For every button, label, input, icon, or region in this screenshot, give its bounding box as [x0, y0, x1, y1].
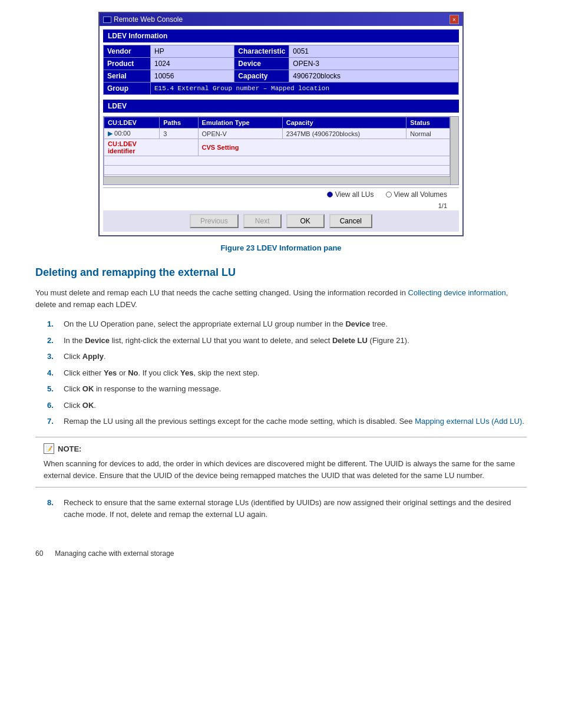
ldev-empty-row-2	[104, 166, 450, 175]
vertical-scrollbar[interactable]	[450, 117, 458, 185]
step-3-num: 3.	[47, 351, 64, 363]
radio-row: View all LUs View all Volumes	[103, 187, 459, 201]
ldev-table-row: ▶ 00:00 3 OPEN-V 2347MB (4906720blocks) …	[104, 129, 450, 139]
radio-view-all-lus[interactable]: View all LUs	[327, 190, 374, 199]
step-7: 7. Remap the LU using all the previous s…	[47, 416, 527, 427]
page-info: 1/1	[103, 201, 459, 210]
radio-volumes-label: View all Volumes	[394, 190, 448, 199]
footer-text: Managing cache with external storage	[55, 549, 174, 558]
steps-list: 1. On the LU Operation pane, select the …	[47, 318, 527, 427]
step-3-bold: Apply	[82, 352, 104, 361]
step-7-text: Remap the LU using all the previous sett…	[64, 416, 524, 427]
note-label: NOTE:	[58, 443, 81, 455]
remote-web-console-window: Remote Web Console × LDEV Information Ve…	[98, 12, 464, 236]
ok-button[interactable]: OK	[286, 214, 325, 228]
info-table: Vendor HP Characteristic 0051 Product 10…	[103, 45, 459, 95]
step-5-text: Click OK in response to the warning mess…	[64, 383, 221, 395]
step-6-num: 6.	[47, 400, 64, 411]
step-8-num: 8.	[47, 497, 64, 520]
cell-paths: 3	[160, 129, 198, 139]
step-2-text: In the Device list, right-click the exte…	[64, 335, 409, 347]
note-title: 📝 NOTE:	[44, 443, 518, 455]
radio-lus-label: View all LUs	[335, 190, 374, 199]
info-row-serial: Serial 10056 Capacity 4906720blocks	[104, 70, 459, 83]
footer: 60 Managing cache with external storage	[35, 543, 527, 558]
window-title: Remote Web Console	[114, 15, 183, 24]
ldev-empty-row-1	[104, 156, 450, 166]
col-paths: Paths	[160, 117, 198, 129]
ldev-section-header: LDEV	[103, 100, 459, 113]
step-1-bold: Device	[345, 319, 370, 328]
cell-emulation: OPEN-V	[198, 129, 282, 139]
ldev-legend-row: CU:LDEVidentifier CVS Setting	[104, 139, 450, 156]
step-5-bold: OK	[82, 384, 94, 393]
window-icon	[103, 17, 111, 23]
note-box: 📝 NOTE: When scanning for devices to add…	[35, 437, 527, 488]
radio-circle-volumes	[386, 192, 392, 197]
characteristic-value: 0051	[289, 45, 459, 58]
step-3: 3. Click Apply.	[47, 351, 527, 363]
section-heading: Deleting and remapping the external LU	[35, 266, 527, 279]
step-4: 4. Click either Yes or No. If you click …	[47, 367, 527, 379]
intro-paragraph: You must delete and remap each LU that n…	[35, 287, 527, 310]
step-6-bold: OK	[82, 401, 94, 410]
step-4-text: Click either Yes or No. If you click Yes…	[64, 367, 259, 379]
step-2-num: 2.	[47, 335, 64, 347]
step-4-bold3: Yes	[180, 368, 193, 377]
col-emulation-type: Emulation Type	[198, 117, 282, 129]
device-value: OPEN-3	[289, 58, 459, 70]
step-2-bold1: Device	[85, 336, 110, 345]
col-status: Status	[406, 117, 450, 129]
step-8: 8. Recheck to ensure that the same exter…	[47, 497, 527, 520]
cell-status: Normal	[406, 129, 450, 139]
step-6: 6. Click OK.	[47, 400, 527, 411]
product-value: 1024	[151, 58, 234, 70]
radio-view-all-volumes[interactable]: View all Volumes	[386, 190, 448, 199]
window-close-button[interactable]: ×	[449, 15, 459, 24]
characteristic-label: Characteristic	[234, 45, 289, 58]
group-value: E15.4 External Group number – Mapped loc…	[151, 83, 459, 95]
horizontal-scrollbar[interactable]	[104, 176, 450, 185]
vendor-label: Vendor	[104, 45, 151, 58]
cell-cu-ldev: ▶ 00:00	[104, 129, 160, 139]
radio-circle-lus	[327, 192, 333, 197]
capacity-value: 4906720blocks	[289, 70, 459, 83]
cancel-button[interactable]: Cancel	[329, 214, 372, 228]
mapping-external-lus-link[interactable]: Mapping external LUs (Add LU)	[415, 417, 522, 426]
step-5-num: 5.	[47, 383, 64, 395]
step-4-bold1: Yes	[104, 368, 117, 377]
info-row-group: Group E15.4 External Group number – Mapp…	[104, 83, 459, 95]
next-button[interactable]: Next	[243, 214, 282, 228]
button-row: Previous Next OK Cancel	[103, 210, 459, 232]
step-3-text: Click Apply.	[64, 351, 106, 363]
cell-capacity-value: 2347MB (4906720blocks)	[282, 129, 406, 139]
ldev-section: CU:LDEV Paths Emulation Type Capacity St…	[103, 116, 459, 185]
step-8-wrapper: 8. Recheck to ensure that the same exter…	[47, 497, 527, 520]
step-7-num: 7.	[47, 416, 64, 427]
step-8-text: Recheck to ensure that the same external…	[64, 497, 527, 520]
step-4-bold2: No	[128, 368, 138, 377]
col-cu-ldev: CU:LDEV	[104, 117, 160, 129]
collecting-device-info-link[interactable]: Collecting device information	[408, 288, 506, 297]
window-titlebar: Remote Web Console ×	[100, 13, 462, 26]
vendor-value: HP	[151, 45, 234, 58]
ldev-table: CU:LDEV Paths Emulation Type Capacity St…	[104, 117, 450, 185]
step-1: 1. On the LU Operation pane, select the …	[47, 318, 527, 330]
step-2-bold2: Delete LU	[332, 336, 368, 345]
group-label: Group	[104, 83, 151, 95]
figure-caption: Figure 23 LDEV Information pane	[35, 243, 527, 252]
step-2: 2. In the Device list, right-click the e…	[47, 335, 527, 347]
titlebar-left: Remote Web Console	[103, 15, 183, 24]
cu-ldev-identifier-label: CU:LDEVidentifier	[104, 139, 199, 156]
cvs-setting-label: CVS Setting	[198, 139, 449, 156]
step-1-text: On the LU Operation pane, select the app…	[64, 318, 388, 330]
serial-value: 10056	[151, 70, 234, 83]
previous-button[interactable]: Previous	[190, 214, 239, 228]
serial-label: Serial	[104, 70, 151, 83]
note-icon: 📝	[44, 443, 54, 454]
footer-page-num: 60	[35, 549, 43, 558]
ldev-table-area: CU:LDEV Paths Emulation Type Capacity St…	[103, 116, 459, 185]
step-5: 5. Click OK in response to the warning m…	[47, 383, 527, 395]
col-capacity: Capacity	[282, 117, 406, 129]
info-row-product: Product 1024 Device OPEN-3	[104, 58, 459, 70]
